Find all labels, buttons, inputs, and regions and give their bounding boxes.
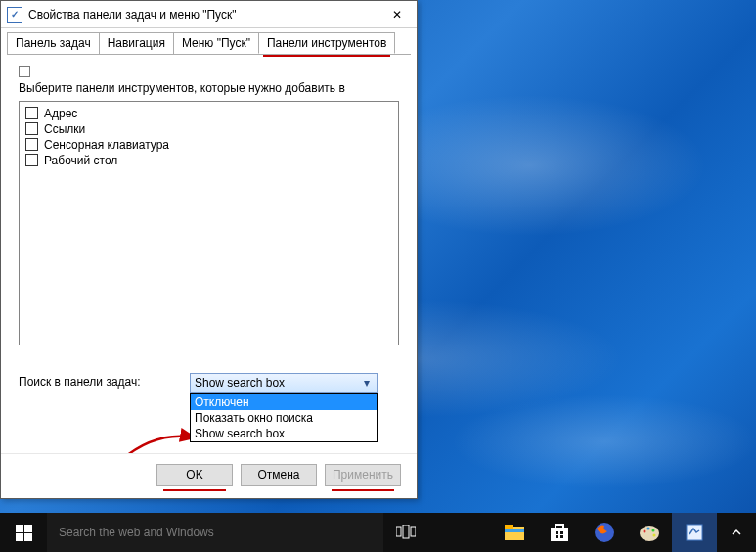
tab-navigation[interactable]: Навигация: [99, 32, 174, 54]
dialog-buttons: OK Отмена Применить: [1, 453, 417, 498]
checkbox[interactable]: [25, 154, 38, 166]
search-placeholder: Search the web and Windows: [59, 526, 214, 539]
search-combobox[interactable]: Show search box ▾: [190, 373, 378, 393]
paint-icon: [638, 521, 661, 544]
search-row: Поиск в панели задач: Show search box ▾ …: [19, 373, 399, 393]
task-view-icon: [396, 525, 416, 540]
annotation-underline: [332, 489, 394, 491]
list-item[interactable]: Ссылки: [25, 121, 392, 137]
chevron-down-icon: ▾: [358, 375, 375, 391]
svg-rect-9: [556, 535, 558, 538]
svg-rect-0: [396, 527, 401, 536]
firefox-button[interactable]: [582, 513, 627, 552]
svg-point-14: [647, 528, 650, 530]
list-item-label: Рабочий стол: [44, 154, 117, 167]
list-item-label: Адрес: [44, 107, 77, 120]
annotation-underline: [263, 55, 390, 57]
svg-point-15: [652, 529, 655, 532]
apply-button: Применить: [325, 464, 401, 486]
svg-rect-10: [560, 535, 563, 538]
app-button[interactable]: [672, 513, 717, 552]
store-button[interactable]: [537, 513, 582, 552]
file-explorer-button[interactable]: [492, 513, 537, 552]
checkbox[interactable]: [25, 122, 38, 135]
checkbox[interactable]: [25, 138, 38, 151]
svg-rect-2: [411, 527, 416, 536]
search-label: Поиск в панели задач:: [19, 373, 190, 389]
combobox-dropdown[interactable]: Отключен Показать окно поиска Show searc…: [190, 393, 378, 442]
tab-strip: Панель задач Навигация Меню "Пуск" Панел…: [1, 28, 417, 54]
toolbars-listbox[interactable]: Адрес Ссылки Сенсорная клавиатура Рабочи…: [19, 101, 399, 345]
firefox-icon: [593, 521, 616, 544]
dropdown-option[interactable]: Отключен: [191, 394, 377, 410]
small-checkbox[interactable]: [19, 66, 30, 77]
taskbar-search-box[interactable]: Search the web and Windows: [47, 513, 383, 552]
file-explorer-icon: [503, 521, 526, 544]
window-title: Свойства панели задач и меню "Пуск": [28, 8, 378, 22]
annotation-underline: [163, 489, 226, 491]
instructions-text: Выберите панели инструментов, которые ну…: [19, 81, 399, 97]
svg-rect-1: [403, 525, 409, 538]
close-icon: ✕: [392, 8, 402, 22]
pinned-apps: [492, 513, 717, 552]
tray-overflow-button[interactable]: [725, 514, 748, 551]
list-item-label: Сенсорная клавиатура: [44, 138, 169, 152]
taskbar: Search the web and Windows: [0, 513, 756, 552]
system-tray: [717, 514, 756, 551]
combobox-value: Show search box: [195, 376, 285, 390]
paint-button[interactable]: [627, 513, 672, 552]
cancel-button[interactable]: Отмена: [241, 464, 317, 486]
tab-start-menu[interactable]: Меню "Пуск": [173, 32, 259, 54]
list-item-label: Ссылки: [44, 122, 85, 136]
close-button[interactable]: ✕: [378, 1, 417, 27]
svg-point-16: [653, 534, 656, 537]
svg-rect-6: [551, 528, 568, 541]
windows-logo-icon: [16, 525, 32, 541]
list-item[interactable]: Рабочий стол: [25, 153, 392, 168]
svg-rect-17: [687, 525, 702, 540]
tab-toolbars[interactable]: Панели инструментов: [258, 32, 395, 54]
app-icon: [683, 521, 706, 544]
store-icon: [548, 521, 571, 544]
svg-rect-3: [505, 527, 524, 540]
tab-taskbar[interactable]: Панель задач: [7, 32, 100, 54]
task-view-button[interactable]: [383, 513, 428, 552]
list-item[interactable]: Сенсорная клавиатура: [25, 137, 392, 153]
desktop-background: ✓ Свойства панели задач и меню "Пуск" ✕ …: [0, 0, 756, 552]
chevron-up-icon: [732, 528, 741, 537]
svg-rect-4: [505, 525, 513, 529]
svg-point-13: [644, 530, 646, 533]
dropdown-option[interactable]: Показать окно поиска: [191, 410, 377, 426]
window-icon: ✓: [7, 7, 22, 23]
ok-button[interactable]: OK: [156, 464, 233, 486]
properties-dialog: ✓ Свойства панели задач и меню "Пуск" ✕ …: [0, 0, 418, 499]
tab-content: Выберите панели инструментов, которые ну…: [1, 54, 417, 479]
dropdown-option[interactable]: Show search box: [191, 426, 377, 441]
svg-rect-8: [560, 531, 563, 534]
titlebar[interactable]: ✓ Свойства панели задач и меню "Пуск" ✕: [1, 1, 417, 28]
svg-rect-7: [556, 531, 558, 534]
svg-rect-5: [505, 529, 524, 532]
list-item[interactable]: Адрес: [25, 106, 392, 121]
checkbox[interactable]: [25, 107, 38, 119]
start-button[interactable]: [0, 513, 47, 552]
